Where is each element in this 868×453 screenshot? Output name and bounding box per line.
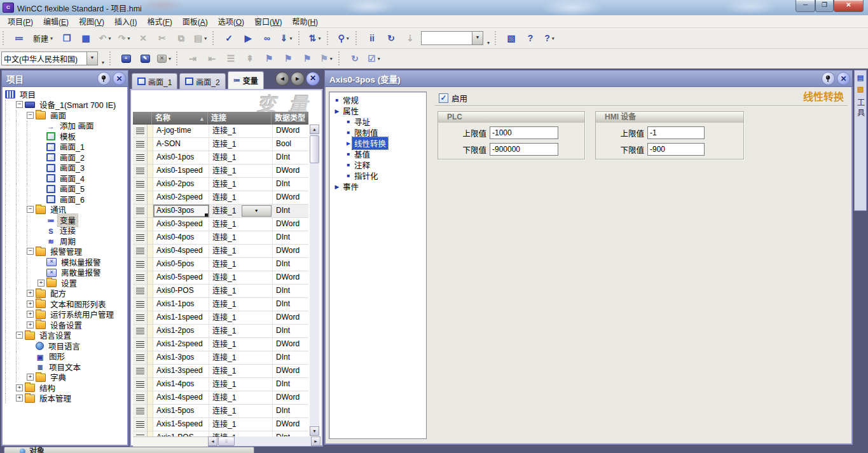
row-handle[interactable] bbox=[133, 178, 148, 191]
language-more-dropdown-icon[interactable]: ▾ bbox=[102, 60, 104, 68]
menu-item-8[interactable]: 帮助(H) bbox=[287, 15, 323, 28]
tree-item[interactable]: ≔变量 bbox=[3, 215, 127, 226]
help-search-dropdown-icon[interactable]: ▾ bbox=[552, 36, 555, 41]
db-edit-button[interactable]: ✎ bbox=[136, 51, 154, 66]
column-header-datatype[interactable]: 数据类型 bbox=[272, 112, 308, 125]
table-row[interactable]: Axis1-1speed连接_1DWord bbox=[133, 311, 308, 325]
cell-connection[interactable]: 连接_1 bbox=[209, 431, 273, 436]
sort-dropdown-icon[interactable]: ▾ bbox=[318, 36, 320, 41]
expand-toggle-icon[interactable]: + bbox=[16, 384, 23, 391]
table-row[interactable]: A-SON连接_1Bool bbox=[133, 138, 308, 151]
prop-nav-item[interactable]: ▶事件 bbox=[329, 181, 426, 192]
tree-item[interactable]: +版本管理 bbox=[3, 393, 127, 404]
db-add-button[interactable]: + bbox=[117, 51, 135, 66]
tree-item[interactable]: S连接 bbox=[3, 226, 127, 236]
tools-strip[interactable]: ▤ ▨ 工具 bbox=[854, 70, 867, 211]
cell-connection[interactable]: 连接_1 bbox=[209, 418, 273, 431]
cell-datatype[interactable]: DWord bbox=[273, 311, 308, 324]
row-handle[interactable] bbox=[133, 351, 148, 364]
cell-datatype[interactable]: DInt bbox=[273, 285, 308, 297]
cell-name[interactable]: Axis0-3speed bbox=[153, 218, 209, 231]
objects-bar[interactable]: 对象 bbox=[4, 447, 254, 453]
cell-datatype[interactable]: DInt bbox=[273, 231, 308, 244]
cell-connection[interactable]: 连接_1 bbox=[209, 271, 273, 284]
menu-item-0[interactable]: 项目(P) bbox=[3, 15, 38, 28]
language-combo-arrow-icon[interactable]: ▼ bbox=[86, 52, 97, 65]
cell-name[interactable]: Axis0-2pos bbox=[153, 178, 209, 191]
copy-button[interactable]: ⧉ bbox=[172, 30, 190, 46]
menu-item-2[interactable]: 视图(V) bbox=[74, 15, 109, 28]
close-panel-icon[interactable]: ✕ bbox=[113, 72, 126, 85]
prop-nav-item[interactable]: ■限制值 bbox=[329, 127, 426, 138]
tab-scroll-left-icon[interactable]: ◄ bbox=[275, 72, 289, 86]
row-handle[interactable] bbox=[133, 191, 148, 204]
table-row[interactable]: Axis1-5pos连接_1DInt bbox=[133, 405, 308, 418]
check-consistency-button[interactable]: ✓ bbox=[220, 30, 238, 46]
cell-connection[interactable]: 连接_1 bbox=[209, 311, 273, 324]
fill-handle-icon[interactable] bbox=[205, 213, 208, 217]
menu-item-3[interactable]: 插入(I) bbox=[109, 15, 142, 28]
cell-datatype[interactable]: DWord bbox=[273, 418, 308, 431]
cell-connection[interactable]: 连接_1 bbox=[209, 351, 273, 364]
row-handle[interactable] bbox=[133, 258, 148, 271]
row-handle[interactable] bbox=[133, 165, 148, 177]
table-row[interactable]: A-jog-time连接_1DWord bbox=[133, 125, 308, 138]
cell-datatype[interactable]: DWord bbox=[273, 191, 308, 204]
cell-name[interactable]: Axis0-2speed bbox=[153, 191, 209, 204]
find-next-button[interactable]: ⇣ bbox=[401, 30, 419, 46]
cell-datatype[interactable]: DInt bbox=[273, 405, 308, 417]
pin-icon[interactable] bbox=[97, 72, 111, 85]
save-button[interactable]: ▦ bbox=[77, 30, 95, 46]
cell-datatype[interactable]: DInt bbox=[273, 205, 308, 217]
flag-add-button[interactable]: ⚑ bbox=[279, 51, 297, 66]
row-handle[interactable] bbox=[133, 285, 148, 297]
tree-item[interactable]: 画面_4 bbox=[3, 173, 127, 184]
cell-connection[interactable]: 连接_1▼ bbox=[209, 205, 273, 217]
flag-edit-button[interactable]: ⚑ bbox=[260, 51, 278, 66]
plc-upper-limit-input[interactable] bbox=[490, 126, 558, 139]
cell-name[interactable]: Axis0-POS bbox=[153, 285, 209, 297]
tab-画面_1[interactable]: 画面_1 bbox=[132, 73, 177, 89]
row-handle[interactable] bbox=[133, 391, 148, 404]
tree-item[interactable]: 画面_1 bbox=[3, 142, 127, 152]
validate-list-dropdown-icon[interactable]: ▾ bbox=[378, 56, 380, 62]
undo-dropdown-icon[interactable]: ▾ bbox=[108, 36, 111, 41]
search-more-dropdown-icon[interactable]: ▾ bbox=[487, 40, 490, 48]
cell-name[interactable]: Axis1-5speed bbox=[153, 418, 209, 431]
help-book-button[interactable]: ▧ bbox=[502, 30, 520, 46]
search-combo-arrow-icon[interactable]: ▼ bbox=[472, 32, 483, 44]
tree-item[interactable]: ≣项目文本 bbox=[3, 362, 127, 372]
cell-name[interactable]: Axis1-3pos bbox=[153, 351, 209, 364]
cell-connection[interactable]: 连接_1 bbox=[209, 338, 273, 351]
row-handle[interactable] bbox=[133, 405, 148, 417]
tree-item[interactable]: 画面_6 bbox=[3, 194, 127, 205]
table-row[interactable]: Axis0-5speed连接_1DWord bbox=[133, 271, 308, 285]
cell-datatype[interactable]: DInt bbox=[273, 151, 308, 164]
cell-connection[interactable]: 连接_1 bbox=[209, 138, 273, 151]
menu-item-6[interactable]: 选项(O) bbox=[213, 15, 249, 28]
cell-datatype[interactable]: DWord bbox=[273, 365, 308, 377]
cell-datatype[interactable]: DWord bbox=[273, 391, 308, 404]
transfer-button[interactable]: ⇓▾ bbox=[277, 30, 295, 46]
table-row[interactable]: Axis1-3speed连接_1DWord bbox=[133, 365, 308, 378]
cell-connection[interactable]: 连接_1 bbox=[209, 218, 273, 231]
cell-datatype[interactable]: DInt bbox=[273, 258, 308, 271]
row-handle[interactable] bbox=[133, 338, 148, 351]
cell-connection[interactable]: 连接_1 bbox=[209, 191, 273, 204]
cell-name[interactable]: Axis0-5speed bbox=[153, 271, 209, 284]
table-row[interactable]: Axis1-4pos连接_1DInt bbox=[133, 378, 308, 391]
tree-item[interactable]: 模拟量报警 bbox=[3, 257, 127, 267]
cell-name[interactable]: Axis0-4speed bbox=[153, 245, 209, 257]
cell-connection[interactable]: 连接_1 bbox=[209, 151, 273, 164]
scroll-up-icon[interactable]: ▲ bbox=[310, 125, 319, 134]
tree-item[interactable]: 画面_2 bbox=[3, 152, 127, 163]
flag-clear-dropdown-icon[interactable]: ▾ bbox=[330, 56, 333, 62]
cell-connection[interactable]: 连接_1 bbox=[209, 258, 273, 271]
cell-name[interactable]: Axis1-2speed bbox=[153, 338, 209, 351]
row-handle[interactable] bbox=[133, 431, 148, 436]
expand-toggle-icon[interactable]: + bbox=[27, 290, 34, 297]
table-row[interactable]: Axis0-POS连接_1DInt bbox=[133, 285, 308, 298]
row-handle[interactable] bbox=[133, 151, 148, 164]
tree-item[interactable]: +结构 bbox=[3, 382, 127, 393]
prop-nav-item[interactable]: ■寻址 bbox=[329, 116, 426, 127]
